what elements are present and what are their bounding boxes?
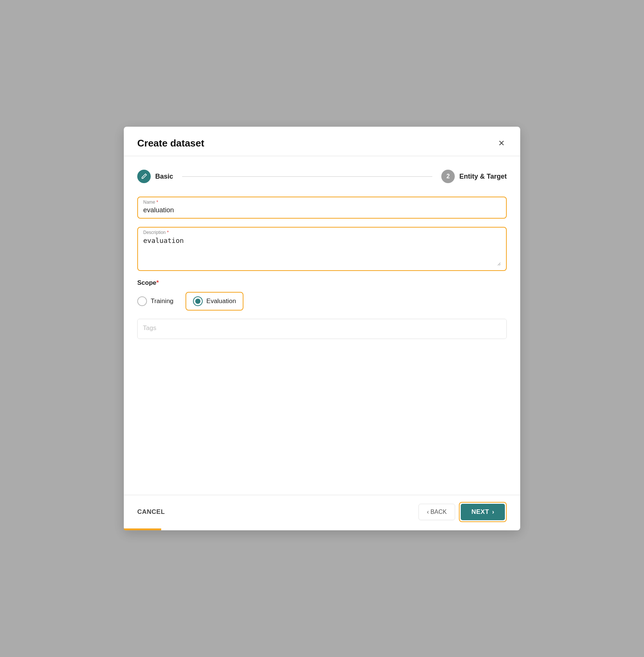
- modal-title: Create dataset: [137, 138, 204, 149]
- description-field-wrapper: Description *: [137, 227, 507, 271]
- steps-row: Basic 2 Entity & Target: [137, 170, 507, 183]
- scope-options: Training Evaluation: [137, 292, 507, 311]
- step-basic: Basic: [137, 170, 173, 183]
- scope-training-label: Training: [151, 297, 174, 305]
- description-input[interactable]: [143, 236, 501, 266]
- nav-buttons: ‹ BACK NEXT ›: [418, 502, 507, 522]
- step-entity-label: Entity & Target: [459, 173, 507, 181]
- name-field-group: Name *: [137, 197, 507, 219]
- create-dataset-modal: Create dataset × Basic 2 Entity &: [124, 127, 520, 530]
- step-entity-target: 2 Entity & Target: [441, 170, 507, 183]
- back-label: BACK: [430, 509, 447, 515]
- scope-label: Scope*: [137, 279, 507, 287]
- modal-body: Basic 2 Entity & Target Name *: [124, 156, 520, 495]
- back-chevron-icon: ‹: [427, 509, 429, 515]
- name-input[interactable]: [143, 206, 501, 215]
- step-basic-label: Basic: [155, 173, 173, 181]
- close-button[interactable]: ×: [496, 137, 507, 149]
- name-field-wrapper: Name *: [137, 197, 507, 219]
- scope-option-training[interactable]: Training: [137, 296, 174, 306]
- step-divider: [182, 176, 432, 177]
- tags-wrapper[interactable]: Tags: [137, 319, 507, 339]
- footer-orange-bar: [124, 528, 161, 530]
- step-basic-circle: [137, 170, 151, 183]
- name-label: Name *: [143, 200, 501, 205]
- modal-header: Create dataset ×: [124, 127, 520, 156]
- scope-evaluation-wrapper: Evaluation: [185, 292, 243, 311]
- step-entity-circle: 2: [441, 170, 455, 183]
- next-button[interactable]: NEXT ›: [461, 504, 505, 520]
- modal-footer: CANCEL ‹ BACK NEXT ›: [124, 495, 520, 530]
- description-label: Description *: [143, 230, 501, 235]
- cancel-button[interactable]: CANCEL: [137, 508, 165, 516]
- radio-training[interactable]: [137, 296, 147, 306]
- radio-evaluation-dot: [195, 299, 200, 304]
- scope-option-evaluation[interactable]: Evaluation: [193, 296, 236, 306]
- scope-evaluation-label: Evaluation: [206, 297, 236, 305]
- back-button[interactable]: ‹ BACK: [418, 504, 456, 520]
- radio-evaluation[interactable]: [193, 296, 203, 306]
- next-label: NEXT: [471, 508, 489, 516]
- scope-section: Scope* Training: [137, 279, 507, 311]
- next-button-wrapper: NEXT ›: [459, 502, 507, 522]
- description-field-group: Description *: [137, 227, 507, 271]
- tags-group: Tags: [137, 319, 507, 339]
- modal-backdrop: Create dataset × Basic 2 Entity &: [0, 0, 644, 657]
- tags-placeholder: Tags: [143, 324, 156, 331]
- next-chevron-icon: ›: [492, 508, 494, 516]
